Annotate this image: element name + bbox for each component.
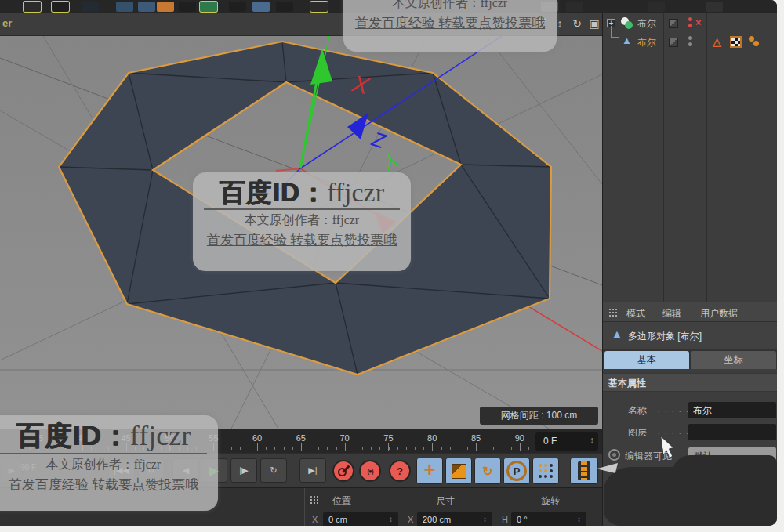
toolbar-icon[interactable] [648,2,665,12]
object-name-selected[interactable]: 布尔 [637,36,656,49]
ruler-frame-number: 65 [289,433,313,443]
watermark-top: 百度ID：ffjczr 本文原创作者：ffjczr 首发百度经验 转载要点赞投票… [343,0,557,52]
tab-basic[interactable]: 基本 [604,351,689,369]
record-keyframe-button[interactable] [332,460,354,482]
rotate-view-icon[interactable]: ↻ [569,16,585,31]
phong-tag-icon[interactable]: △ [713,35,721,48]
goto-end-button[interactable]: ▶| [299,458,326,483]
layer-label: 图层 [628,426,647,440]
right-panel: + 布尔 × ▲ 布尔 △ 模式 编辑 用户数据 ▲ 多边 [602,13,777,526]
object-manager-column-divider [706,13,707,302]
app-window: er ↕ ↻ ▣ [0,0,777,526]
next-frame-button[interactable]: |▶ [230,458,257,483]
spinner-icon[interactable]: ↕ [483,515,487,523]
loop-button[interactable]: ↻ [260,458,287,483]
attribute-tabs: 基本 坐标 [603,349,777,369]
toolbar-icon[interactable] [310,2,328,12]
ruler-frame-number: 90 [508,433,532,443]
maximize-view-icon[interactable]: ▣ [586,16,602,31]
ruler-frame-number: 85 [464,433,488,443]
toolbar-icon[interactable] [82,2,99,12]
uv-tag-icon[interactable] [730,36,742,48]
coords-axis-label: H [502,515,508,524]
attribute-object-header: ▲ 多边形对象 [布尔] [603,322,777,349]
ruler-major-tick [432,443,433,451]
ruler-frame-number: 75 [376,433,400,443]
motion-system-button[interactable] [570,458,598,484]
keyframe-pla-toggle[interactable] [532,458,559,484]
toolbar-icon[interactable] [229,2,246,12]
panel-divider [304,488,305,526]
menu-mode[interactable]: 模式 [626,307,645,320]
visibility-dot-icon[interactable] [688,17,692,21]
attribute-menubar: 模式 编辑 用户数据 [603,302,777,322]
ruler-major-tick [388,443,389,451]
current-frame-field[interactable]: 0 F ↕ [535,432,598,451]
watermark-blob [604,467,777,526]
toolbar-icon[interactable] [157,2,174,12]
ruler-frame-number: 60 [245,433,269,443]
keyframe-scale-toggle[interactable] [445,458,472,484]
watermark-bottom-left: 百度ID：ffjczr 本文原创作者：ffjczr 首发百度经验 转载要点赞投票… [0,415,218,511]
watermark-center: 百度ID：ffjczr 本文原创作者：ffjczr 首发百度经验 转载要点赞投票… [193,172,411,271]
panel-grid-icon[interactable] [609,309,611,310]
coords-header: 尺寸 [436,494,455,508]
tab-coordinates[interactable]: 坐标 [691,351,776,369]
toolbar-icon[interactable] [566,2,583,12]
toolbar-icon[interactable] [276,2,293,12]
row-name: 名称 . . . . . 布尔 [603,401,777,420]
ruler-major-tick [301,443,302,451]
visibility-dot-icon[interactable] [688,36,692,40]
toolbar-icon[interactable] [116,2,133,12]
spinner-icon[interactable]: ↕ [577,515,581,523]
object-manager-column-divider [663,13,664,302]
toolbar-icon[interactable] [52,2,69,12]
record-options-button[interactable]: ? [389,460,411,482]
autokeying-button[interactable]: (●) [359,460,381,482]
dotted-leader: . . . . . [658,406,690,414]
object-row-polygon[interactable]: ▲ 布尔 △ [603,33,777,51]
toolbar-icon[interactable] [252,2,270,12]
dotted-leader: . . . . . [658,428,690,436]
layer-swatch-icon[interactable] [669,19,678,28]
toolbar-icon[interactable] [24,2,41,12]
page: er ↕ ↻ ▣ [0,0,784,532]
z-axis-label: Z [368,127,389,154]
visibility-dot-icon[interactable] [688,42,692,46]
toolbar-icon[interactable] [200,2,217,12]
object-row-boolean[interactable]: + 布尔 × [603,14,777,32]
keyframe-parameter-toggle[interactable]: P [503,458,530,484]
toolbar-icon[interactable] [706,2,723,12]
viewport-menu-text[interactable]: er [2,17,12,29]
row-layer: 图层 . . . . . [603,423,777,442]
panel-grid-icon[interactable] [310,496,312,498]
coords-axis-label: X [312,515,318,524]
keyframe-position-toggle[interactable] [416,458,443,484]
menu-userdata[interactable]: 用户数据 [700,307,738,320]
toolbar-icon[interactable] [179,2,196,12]
visibility-dot-icon[interactable] [688,24,692,27]
layer-field[interactable] [688,424,776,440]
ruler-frame-number: 80 [420,433,444,443]
selection-tag-icon[interactable] [749,36,760,47]
polygon-object-icon: ▲ [611,328,623,342]
menu-edit[interactable]: 编辑 [662,307,681,320]
spinner-icon[interactable]: ↕ [590,435,594,446]
name-label: 名称 [628,404,647,418]
coords-header: 位置 [332,494,351,508]
coords-value-field[interactable]: 0 ° [511,512,586,526]
object-name[interactable]: 布尔 [637,17,656,31]
layer-swatch-icon[interactable] [669,38,678,47]
spinner-icon[interactable]: ↕ [389,515,393,523]
disable-x-icon[interactable]: × [695,16,702,28]
ruler-major-tick [345,443,346,451]
ruler-major-tick [476,443,477,451]
coords-value-field[interactable]: 0 cm [323,512,398,526]
name-field[interactable]: 布尔 [688,402,776,418]
section-basic-properties[interactable]: 基本属性 [603,373,777,392]
coords-value-field[interactable]: 200 cm [417,512,492,526]
toolbar-icon[interactable] [138,2,155,12]
grid-spacing-label: 网格间距 : 100 cm [480,407,598,425]
radio-icon[interactable] [608,449,620,461]
keyframe-rotation-toggle[interactable]: ↻ [474,458,501,484]
